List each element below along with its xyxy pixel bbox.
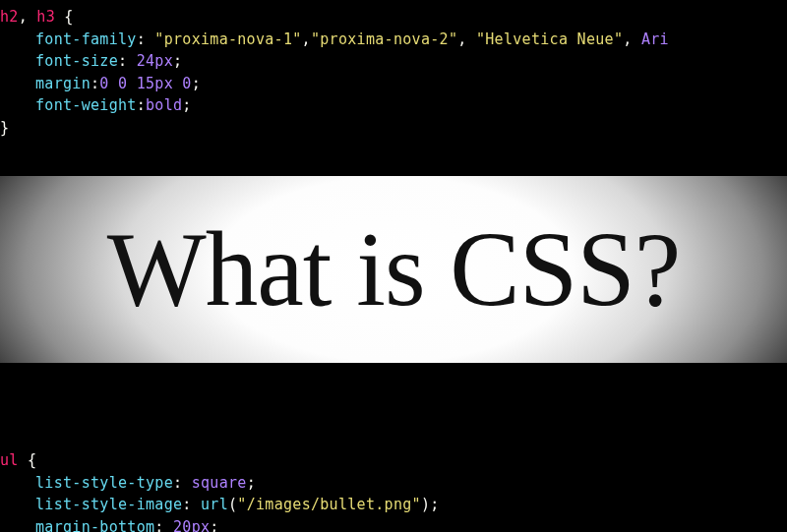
css-code-top: h2, h3 {font-family: "proxima-nova-1","p… <box>0 0 787 145</box>
code-token: margin <box>35 75 91 92</box>
code-token: i <box>660 30 669 48</box>
code-token: ; <box>173 52 182 70</box>
code-token: : <box>118 52 137 70</box>
code-line: font-family: "proxima-nova-1","proxima-n… <box>0 29 787 51</box>
code-token: { <box>28 451 36 469</box>
code-token: "proxima-nova-1" <box>154 30 301 48</box>
css-code-bottom: ul {list-style-type: square;list-style-i… <box>0 443 787 532</box>
code-token: : <box>137 96 146 114</box>
code-token: : <box>173 474 192 492</box>
code-line: margin:0 0 15px 0; <box>0 73 787 95</box>
code-token: , <box>302 30 311 48</box>
code-token: h2 <box>0 8 19 26</box>
code-token: , <box>19 8 37 26</box>
code-token: "Helvetica Neue" <box>476 30 623 48</box>
code-token: 24px <box>137 52 173 70</box>
code-token: bold <box>146 96 182 114</box>
code-token: ; <box>192 75 201 92</box>
code-line: } <box>0 117 787 140</box>
code-token: : <box>182 496 201 513</box>
code-token: font-size <box>35 52 118 70</box>
code-token: : <box>137 30 155 48</box>
code-token: margin-bottom <box>35 518 154 533</box>
code-line: font-weight:bold; <box>0 94 787 117</box>
code-token: ; <box>210 518 218 533</box>
code-line: font-size: 24px; <box>0 50 787 73</box>
code-token: 20px <box>173 518 210 533</box>
code-token <box>55 8 64 26</box>
code-token: { <box>64 8 73 26</box>
code-token: list-style-type <box>35 474 173 492</box>
code-token: ; <box>182 96 191 114</box>
code-token: ; <box>247 474 256 492</box>
banner-title: What is CSS? <box>107 209 680 330</box>
code-token: } <box>0 119 9 137</box>
code-token: ) <box>421 496 430 513</box>
code-token: ul <box>0 451 19 469</box>
code-token: font-weight <box>35 96 137 114</box>
code-token: "proxima-nova-2" <box>311 30 457 48</box>
code-token: 0 0 15px 0 <box>99 75 191 92</box>
code-token: , <box>623 30 641 48</box>
code-token: , <box>457 30 476 48</box>
code-token: : <box>91 75 99 92</box>
code-token: square <box>192 474 247 492</box>
code-token: ( <box>228 496 237 513</box>
code-line: list-style-image: url("/images/bullet.pn… <box>0 494 787 516</box>
title-banner: What is CSS? <box>0 176 787 363</box>
code-line: margin-bottom: 20px; <box>0 516 787 533</box>
code-token: "/images/bullet.png" <box>237 496 421 513</box>
code-token: h3 <box>36 8 55 26</box>
code-token: url <box>201 496 228 513</box>
code-line: list-style-type: square; <box>0 472 787 495</box>
code-line: h2, h3 { <box>0 6 787 29</box>
code-line: ul { <box>0 449 787 472</box>
code-token: font-family <box>35 30 137 48</box>
code-token: Ar <box>641 30 660 48</box>
code-token: : <box>154 518 173 533</box>
code-token: ; <box>430 496 439 513</box>
code-token <box>19 451 28 469</box>
code-token: list-style-image <box>35 496 182 513</box>
